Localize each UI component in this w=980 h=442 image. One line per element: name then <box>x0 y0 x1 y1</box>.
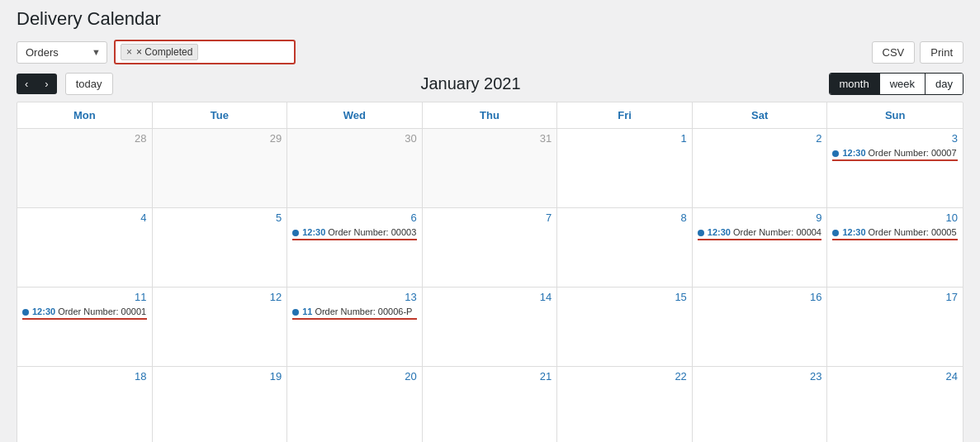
day-number: 5 <box>158 211 282 224</box>
toolbar-right: CSV Print <box>872 41 963 64</box>
view-group: month week day <box>829 73 963 95</box>
event-label: Order Number: 00006-P <box>315 307 412 316</box>
calendar-cell-3-4: 14 <box>423 288 558 366</box>
calendar-cell-2-2: 5 <box>153 208 288 287</box>
filter-tag-label: × Completed <box>135 46 192 58</box>
calendar-cell-3-7: 17 <box>827 288 963 366</box>
day-number: 28 <box>22 132 147 145</box>
calendar-cell-3-1: 1112:30Order Number: 00001 <box>17 288 153 366</box>
day-number: 11 <box>22 291 147 303</box>
orders-select[interactable]: Orders <box>17 41 107 64</box>
event-label: Order Number: 00005 <box>869 227 957 237</box>
header-thu: Thu <box>423 102 558 128</box>
event-dot-icon <box>292 230 299 236</box>
calendar-cell-1-1: 28 <box>17 129 153 207</box>
nav-group: ‹ › <box>17 74 57 94</box>
next-button[interactable]: › <box>36 74 56 94</box>
calendar-week-1: 2829303112312:30Order Number: 00007 <box>17 129 963 208</box>
calendar-week-3: 1112:30Order Number: 00001121311Order Nu… <box>17 288 963 367</box>
day-number: 21 <box>428 370 552 383</box>
event-label: Order Number: 00004 <box>733 227 821 237</box>
calendar-title: January 2021 <box>113 74 829 93</box>
day-number: 29 <box>158 132 282 145</box>
middle-bar: ‹ › today January 2021 month week day <box>17 73 963 95</box>
day-number: 4 <box>22 211 147 224</box>
event-time: 12:30 <box>708 227 731 237</box>
header-sun: Sun <box>827 102 963 128</box>
calendar-event[interactable]: 12:30Order Number: 00003 <box>292 227 417 240</box>
event-dot-icon <box>22 309 29 316</box>
calendar-cell-2-6: 912:30Order Number: 00004 <box>693 208 828 287</box>
calendar-cell-3-3: 1311Order Number: 00006-P <box>287 288 423 366</box>
calendar: Mon Tue Wed Thu Fri Sat Sun 282930311231… <box>17 102 963 442</box>
app-container: Delivery Calendar Orders ▼ × × Completed… <box>0 0 980 442</box>
event-dot-icon <box>698 230 704 236</box>
view-month-button[interactable]: month <box>830 74 880 94</box>
header-tue: Tue <box>153 102 288 128</box>
filter-box: × × Completed <box>114 40 296 64</box>
day-number: 24 <box>832 370 958 383</box>
day-number: 6 <box>292 211 417 224</box>
calendar-cell-4-5: 22 <box>557 367 693 442</box>
day-number: 22 <box>562 370 687 383</box>
day-number: 2 <box>698 132 822 145</box>
day-number: 14 <box>428 291 552 303</box>
day-number: 1 <box>562 132 687 145</box>
calendar-body: 2829303112312:30Order Number: 0000745612… <box>17 129 963 442</box>
event-time: 12:30 <box>32 307 55 316</box>
calendar-cell-2-3: 612:30Order Number: 00003 <box>287 208 423 287</box>
calendar-cell-3-5: 15 <box>557 288 693 366</box>
day-number: 3 <box>832 132 958 145</box>
completed-filter-tag[interactable]: × × Completed <box>121 44 198 60</box>
event-dot-icon <box>832 230 839 236</box>
calendar-event[interactable]: 12:30Order Number: 00005 <box>832 227 958 240</box>
toolbar: Orders ▼ × × Completed CSV Print <box>17 40 963 64</box>
csv-button[interactable]: CSV <box>872 41 916 64</box>
calendar-cell-2-1: 4 <box>17 208 153 287</box>
calendar-cell-3-6: 16 <box>693 288 828 366</box>
calendar-cell-2-4: 7 <box>423 208 558 287</box>
calendar-cell-4-1: 18 <box>17 367 153 442</box>
calendar-event[interactable]: 12:30Order Number: 00007 <box>832 148 958 161</box>
day-number: 12 <box>158 291 282 303</box>
event-time: 12:30 <box>302 227 325 237</box>
day-number: 13 <box>292 291 417 303</box>
toolbar-left: Orders ▼ × × Completed <box>17 40 296 64</box>
day-number: 10 <box>832 211 958 224</box>
event-label: Order Number: 00001 <box>58 307 146 316</box>
calendar-cell-2-7: 1012:30Order Number: 00005 <box>827 208 963 287</box>
calendar-cell-1-6: 2 <box>693 129 828 207</box>
day-number: 19 <box>158 370 282 383</box>
header-wed: Wed <box>287 102 423 128</box>
today-button[interactable]: today <box>65 73 113 95</box>
calendar-event[interactable]: 12:30Order Number: 00004 <box>698 227 822 240</box>
calendar-event[interactable]: 11Order Number: 00006-P <box>292 307 417 320</box>
calendar-header: Mon Tue Wed Thu Fri Sat Sun <box>17 102 963 129</box>
day-number: 7 <box>428 211 552 224</box>
event-time: 12:30 <box>842 227 865 237</box>
day-number: 20 <box>292 370 417 383</box>
day-number: 8 <box>562 211 687 224</box>
calendar-event[interactable]: 12:30Order Number: 00001 <box>22 307 147 320</box>
filter-tag-remove-icon[interactable]: × <box>126 47 132 57</box>
day-number: 15 <box>562 291 687 303</box>
calendar-cell-2-5: 8 <box>557 208 693 287</box>
calendar-cell-4-4: 21 <box>423 367 558 442</box>
calendar-cell-1-5: 1 <box>557 129 693 207</box>
view-week-button[interactable]: week <box>880 74 926 94</box>
print-button[interactable]: Print <box>920 41 963 64</box>
view-group-wrapper: month week day <box>829 73 963 95</box>
header-mon: Mon <box>17 102 153 128</box>
middle-left: ‹ › today <box>17 73 113 95</box>
prev-button[interactable]: ‹ <box>17 74 36 94</box>
page-title: Delivery Calendar <box>17 8 963 30</box>
event-time: 12:30 <box>842 148 865 158</box>
calendar-cell-4-3: 20 <box>287 367 423 442</box>
calendar-cell-4-2: 19 <box>153 367 288 442</box>
calendar-cell-1-4: 31 <box>423 129 558 207</box>
view-day-button[interactable]: day <box>926 74 963 94</box>
calendar-week-2: 45612:30Order Number: 0000378912:30Order… <box>17 208 963 288</box>
event-dot-icon <box>292 309 299 316</box>
calendar-cell-1-7: 312:30Order Number: 00007 <box>827 129 963 207</box>
event-dot-icon <box>832 150 839 157</box>
